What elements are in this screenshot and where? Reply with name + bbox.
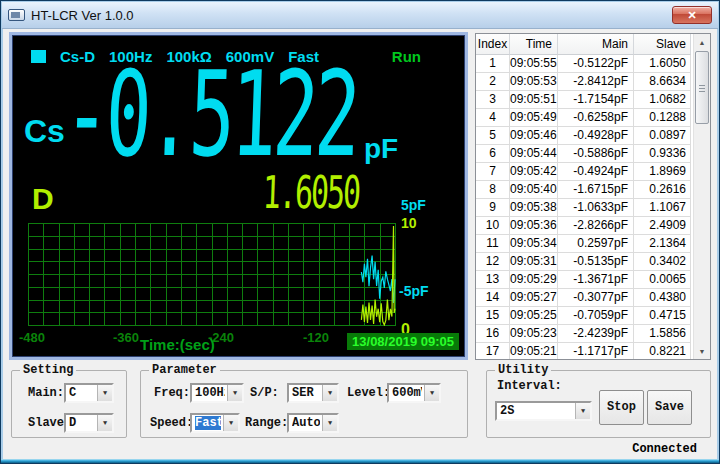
level-select-value: 600mV	[392, 386, 422, 400]
interval-select-label: Interval:	[497, 379, 562, 393]
run-state: Run	[392, 48, 421, 65]
table-cell-slave: 1.1067	[634, 199, 691, 217]
table-row[interactable]: 409:05:49-0.6258pF0.1288	[476, 109, 693, 127]
x-tick: -360	[113, 330, 139, 345]
main-reading-value: -0.5122	[62, 53, 358, 177]
table-row[interactable]: 909:05:38-1.0633pF1.1067	[476, 199, 693, 217]
parameter-group-title: Parameter	[149, 363, 220, 377]
table-cell-index: 4	[476, 109, 510, 127]
lcd-display-panel: Cs-D 100Hz 100kΩ 600mV Fast Run Cs -0.51…	[9, 32, 468, 360]
chevron-down-icon[interactable]: ▼	[97, 385, 112, 401]
slave-reading-value: 1.6050	[262, 170, 360, 215]
table-cell-slave: 0.8221	[634, 343, 691, 359]
utility-group: Utility Interval: 2S ▼ Stop Save	[486, 370, 711, 438]
y-axis-main-bottom-label: -5pF	[399, 283, 429, 299]
close-button[interactable]: ✕	[672, 6, 712, 24]
table-row[interactable]: 1509:05:25-0.7059pF0.4715	[476, 307, 693, 325]
table-cell-index: 2	[476, 73, 510, 91]
column-header-index[interactable]: Index	[476, 34, 510, 55]
table-cell-time: 09:05:53	[510, 73, 558, 91]
table-cell-index: 13	[476, 271, 510, 289]
save-button[interactable]: Save	[647, 390, 692, 425]
table-cell-slave: 0.3402	[634, 253, 691, 271]
table-cell-index: 1	[476, 55, 510, 73]
table-cell-slave: 0.4380	[634, 289, 691, 307]
table-row[interactable]: 1009:05:36-2.8266pF2.4909	[476, 217, 693, 235]
table-row[interactable]: 509:05:46-0.4928pF0.0897	[476, 127, 693, 145]
table-cell-index: 12	[476, 253, 510, 271]
table-row[interactable]: 1209:05:31-0.5135pF0.3402	[476, 253, 693, 271]
table-row[interactable]: 1409:05:27-0.3077pF0.4380	[476, 289, 693, 307]
level-select[interactable]: 600mV ▼	[387, 383, 441, 403]
table-cell-time: 09:05:31	[510, 253, 558, 271]
speed-select[interactable]: Fast ▼	[190, 413, 240, 433]
scroll-up-icon[interactable]: ▲	[694, 34, 710, 50]
table-cell-index: 11	[476, 235, 510, 253]
scroll-down-icon[interactable]: ▼	[694, 343, 710, 359]
table-row[interactable]: 709:05:42-0.4924pF1.8969	[476, 163, 693, 181]
table-cell-main: -1.1717pF	[558, 343, 634, 359]
table-row[interactable]: 309:05:51-1.7154pF1.0682	[476, 91, 693, 109]
table-row[interactable]: 609:05:44-0.5886pF0.9336	[476, 145, 693, 163]
chevron-down-icon[interactable]: ▼	[227, 385, 242, 401]
interval-select[interactable]: 2S ▼	[495, 401, 592, 421]
chevron-down-icon[interactable]: ▼	[322, 385, 337, 401]
measurement-log-table: Index Time Main Slave 109:05:55-0.5122pF…	[475, 33, 711, 360]
main-select[interactable]: C ▼	[64, 383, 114, 403]
table-cell-time: 09:05:29	[510, 271, 558, 289]
table-cell-slave: 0.4715	[634, 307, 691, 325]
scrollbar-thumb[interactable]	[695, 51, 709, 124]
chevron-down-icon[interactable]: ▼	[322, 415, 337, 431]
column-header-slave[interactable]: Slave	[634, 34, 691, 55]
table-row[interactable]: 1309:05:29-1.3671pF0.0065	[476, 271, 693, 289]
speed-select-value: Fast	[195, 416, 221, 430]
table-header-row: Index Time Main Slave	[476, 34, 710, 55]
connection-status: Connected	[632, 442, 697, 456]
sp-select-value: SER	[292, 386, 320, 400]
speed-select-label: Speed:	[150, 416, 193, 430]
chevron-down-icon[interactable]: ▼	[223, 415, 238, 431]
range-select[interactable]: Auto ▼	[287, 413, 339, 433]
main-reading-unit: pF	[364, 133, 398, 165]
table-row[interactable]: 1609:05:23-2.4239pF1.5856	[476, 325, 693, 343]
table-scrollbar[interactable]: ▲ ▼	[693, 34, 710, 359]
table-row[interactable]: 109:05:55-0.5122pF1.6050	[476, 55, 693, 73]
main-select-label: Main:	[28, 386, 64, 400]
interval-select-value: 2S	[500, 404, 573, 418]
freq-select[interactable]: 100Hz ▼	[190, 383, 244, 403]
sp-select[interactable]: SER ▼	[287, 383, 339, 403]
table-row[interactable]: 1709:05:21-1.1717pF0.8221	[476, 343, 693, 359]
chevron-down-icon[interactable]: ▼	[575, 403, 590, 419]
chevron-down-icon[interactable]: ▼	[424, 385, 439, 401]
measure-indicator-icon	[31, 50, 46, 63]
table-cell-main: -2.8266pF	[558, 217, 634, 235]
slave-select[interactable]: D ▼	[64, 413, 114, 433]
table-cell-time: 09:05:36	[510, 217, 558, 235]
stop-button[interactable]: Stop	[599, 390, 644, 425]
title-bar[interactable]: HT-LCR Ver 1.0.0 ✕	[2, 2, 718, 29]
table-row[interactable]: 209:05:53-2.8412pF8.6634	[476, 73, 693, 91]
table-cell-time: 09:05:44	[510, 145, 558, 163]
scrollbar-grip-icon	[699, 85, 705, 92]
table-row[interactable]: 809:05:40-1.6715pF0.2616	[476, 181, 693, 199]
table-cell-slave: 0.1288	[634, 109, 691, 127]
column-header-time[interactable]: Time	[510, 34, 558, 55]
column-header-main[interactable]: Main	[558, 34, 634, 55]
table-cell-index: 8	[476, 181, 510, 199]
table-cell-time: 09:05:23	[510, 325, 558, 343]
table-row[interactable]: 1109:05:340.2597pF2.1364	[476, 235, 693, 253]
table-cell-time: 09:05:25	[510, 307, 558, 325]
table-cell-time: 09:05:34	[510, 235, 558, 253]
table-cell-main: -0.4924pF	[558, 163, 634, 181]
table-cell-main: -2.4239pF	[558, 325, 634, 343]
table-cell-slave: 1.5856	[634, 325, 691, 343]
table-cell-slave: 1.0682	[634, 91, 691, 109]
table-cell-main: -0.5122pF	[558, 55, 634, 73]
table-cell-slave: 2.1364	[634, 235, 691, 253]
table-cell-time: 09:05:21	[510, 343, 558, 359]
table-cell-slave: 0.0897	[634, 127, 691, 145]
table-cell-main: -0.5886pF	[558, 145, 634, 163]
chevron-down-icon[interactable]: ▼	[97, 415, 112, 431]
trend-chart	[28, 223, 396, 326]
table-cell-index: 9	[476, 199, 510, 217]
